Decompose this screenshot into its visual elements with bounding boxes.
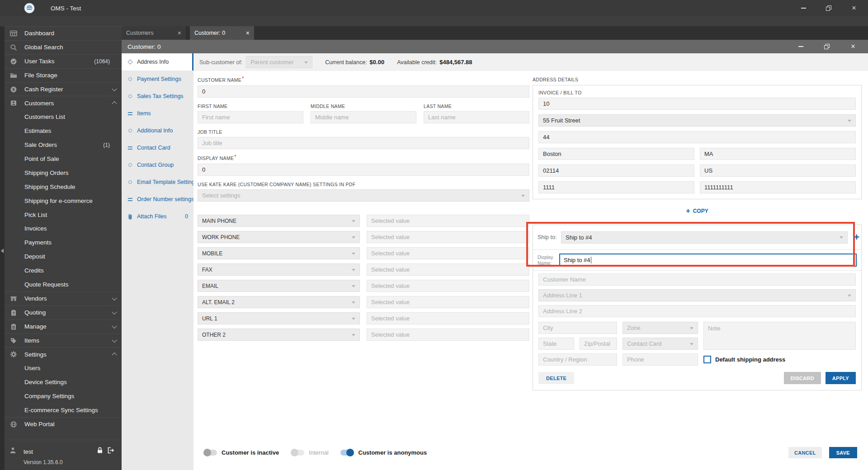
contact-value-input[interactable] — [367, 280, 529, 292]
save-button[interactable]: SAVE — [829, 447, 857, 458]
contact-type-select[interactable]: FAX — [198, 263, 360, 276]
tab-customer-0[interactable]: Customer: 0 × — [190, 26, 254, 40]
ship-phone-input[interactable] — [623, 353, 698, 366]
sidebar-item[interactable]: Web Portal — [5, 417, 122, 431]
ship-address2-input[interactable] — [538, 305, 856, 317]
subnav-item[interactable]: Items — [122, 105, 193, 122]
subnav-item[interactable]: Address Info — [122, 53, 193, 70]
tab-close-icon[interactable]: × — [246, 30, 250, 36]
ship-state-input[interactable] — [538, 338, 574, 350]
ship-zip-input[interactable] — [580, 338, 617, 350]
inner-minimize-button[interactable] — [795, 41, 807, 52]
toggle-switch[interactable] — [291, 450, 304, 456]
sidebar-collapse-strip[interactable] — [0, 26, 5, 470]
sidebar-item[interactable]: Settings — [5, 347, 122, 361]
sidebar-item[interactable]: Customers List — [5, 110, 122, 124]
inner-close-button[interactable]: × — [847, 41, 859, 52]
sidebar-item[interactable]: $ Cash Register — [5, 82, 122, 96]
customer-name-input[interactable] — [198, 85, 529, 98]
tab-customers[interactable]: Customers × — [122, 26, 186, 40]
bill-to-phone2-input[interactable] — [700, 181, 856, 193]
sidebar-item[interactable]: Quote Requests — [5, 277, 122, 291]
bill-to-state-input[interactable] — [700, 148, 856, 160]
sidebar-item[interactable]: Sale Orders (1) — [5, 138, 122, 152]
sidebar-item[interactable]: Payments — [5, 235, 122, 249]
contact-type-select[interactable]: OTHER 2 — [198, 329, 360, 341]
contact-value-input[interactable] — [367, 231, 529, 243]
pdf-settings-select[interactable]: Select settings — [198, 189, 529, 202]
sidebar-item[interactable]: File Storage — [5, 68, 122, 82]
display-name-input[interactable] — [198, 164, 529, 176]
contact-type-select[interactable]: EMAIL — [198, 280, 360, 292]
sidebar-item[interactable]: E-commerce Sync Settings — [5, 403, 122, 417]
sidebar-item[interactable]: Shipping for e-commerce — [5, 194, 122, 208]
sidebar-item[interactable]: Deposit — [5, 249, 122, 263]
sidebar-item[interactable]: Customers — [5, 96, 122, 110]
bill-to-zip-input[interactable] — [538, 164, 694, 177]
contact-value-input[interactable] — [367, 329, 529, 341]
ship-contact-card-select[interactable]: Contact Card — [623, 338, 698, 350]
copy-button[interactable]: + COPY — [533, 207, 862, 216]
sidebar-item[interactable]: Credits — [5, 263, 122, 277]
sidebar-item[interactable]: Estimates — [5, 124, 122, 138]
subnav-item[interactable]: Sales Tax Settings — [122, 88, 193, 105]
subnav-item[interactable]: Email Template Settings — [122, 174, 193, 191]
subnav-item[interactable]: Contact Card — [122, 139, 193, 156]
last-name-input[interactable] — [424, 111, 529, 123]
sidebar-item[interactable]: Device Settings — [5, 375, 122, 389]
minimize-button[interactable] — [797, 2, 809, 14]
subnav-item[interactable]: Additional Info — [122, 122, 193, 139]
close-button[interactable]: × — [848, 2, 860, 14]
sidebar-item[interactable]: Shipping Schedule — [5, 180, 122, 194]
ship-customer-name-input[interactable] — [538, 273, 856, 286]
sidebar-item[interactable]: Dashboard — [5, 26, 122, 40]
sidebar-item[interactable]: User Tasks (1064) — [5, 54, 122, 68]
bill-to-id-input[interactable] — [538, 98, 856, 110]
contact-value-input[interactable] — [367, 263, 529, 276]
bill-to-street-select[interactable]: 55 Fruit Street — [538, 114, 856, 127]
default-shipping-checkbox[interactable] — [703, 356, 711, 363]
sidebar-item[interactable]: Vendors — [5, 291, 122, 306]
cancel-button[interactable]: CANCEL — [788, 447, 822, 458]
subnav-item[interactable]: Attach Files 0 — [122, 208, 193, 225]
contact-type-select[interactable]: MAIN PHONE — [198, 215, 360, 227]
logout-icon[interactable] — [107, 446, 115, 456]
ship-to-select[interactable]: Ship to #4 — [561, 231, 848, 244]
contact-type-select[interactable]: URL 1 — [198, 312, 360, 324]
sidebar-item[interactable]: ? Quoting — [5, 306, 122, 320]
bill-to-phone1-input[interactable] — [538, 181, 694, 193]
subnav-item[interactable]: Order Number settings — [122, 191, 193, 208]
tab-close-icon[interactable]: × — [178, 30, 181, 36]
contact-value-input[interactable] — [367, 296, 529, 308]
bill-to-line2-input[interactable] — [538, 131, 856, 143]
apply-button[interactable]: APPLY — [826, 372, 856, 384]
restore-button[interactable] — [823, 2, 835, 14]
ship-zone-select[interactable]: Zone — [623, 322, 698, 334]
job-title-input[interactable] — [198, 137, 529, 149]
ship-display-name-input[interactable]: Ship to #4 — [559, 254, 857, 267]
contact-type-select[interactable]: WORK PHONE — [198, 231, 360, 243]
ship-address1-select[interactable]: Address Line 1 — [538, 289, 856, 301]
toggle-switch[interactable] — [203, 450, 217, 456]
middle-name-input[interactable] — [311, 111, 416, 123]
toggle-switch[interactable] — [340, 450, 354, 456]
contact-value-input[interactable] — [367, 247, 529, 259]
sidebar-item[interactable]: Company Settings — [5, 389, 122, 403]
sidebar-item[interactable]: Users — [5, 361, 122, 375]
contact-value-input[interactable] — [367, 312, 529, 324]
sidebar-item[interactable]: Shipping Orders — [5, 166, 122, 180]
bill-to-country-input[interactable] — [700, 164, 856, 177]
ship-country-input[interactable] — [538, 353, 617, 366]
subnav-item[interactable]: Contact Group — [122, 156, 193, 174]
delete-button[interactable]: DELETE — [538, 372, 574, 384]
first-name-input[interactable] — [198, 111, 303, 123]
contact-value-input[interactable] — [367, 215, 529, 227]
subnav-item[interactable]: Payment Settings — [122, 70, 193, 88]
sidebar-item[interactable]: Global Search — [5, 40, 122, 54]
contact-type-select[interactable]: ALT. EMAIL 2 — [198, 296, 360, 308]
bill-to-city-input[interactable] — [538, 148, 694, 160]
add-ship-to-button[interactable]: + — [854, 231, 859, 243]
sidebar-item[interactable]: Invoices — [5, 221, 122, 235]
sidebar-item[interactable]: Pick List — [5, 208, 122, 222]
sidebar-item[interactable]: Point of Sale — [5, 152, 122, 166]
